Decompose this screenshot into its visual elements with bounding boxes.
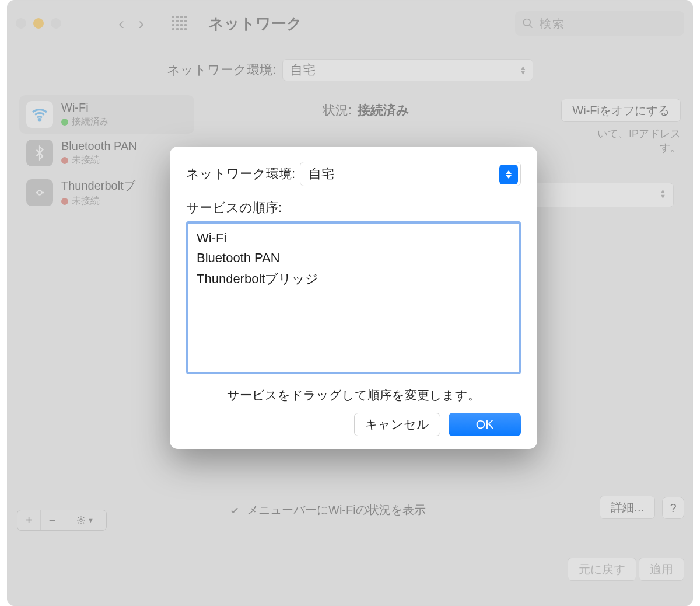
sheet-location-value: 自宅	[309, 165, 334, 183]
chevron-updown-icon	[499, 165, 518, 184]
list-item[interactable]: Wi-Fi	[197, 228, 510, 248]
sheet-location-label: ネットワーク環境:	[186, 165, 295, 183]
ok-button[interactable]: OK	[449, 413, 521, 436]
service-order-sheet: ネットワーク環境: 自宅 サービスの順序: Wi-Fi Bluetooth PA…	[170, 147, 537, 449]
service-order-label: サービスの順序:	[186, 199, 521, 217]
list-item[interactable]: Thunderboltブリッジ	[197, 268, 510, 290]
service-order-list[interactable]: Wi-Fi Bluetooth PAN Thunderboltブリッジ	[186, 221, 521, 374]
sheet-location-select[interactable]: 自宅	[300, 162, 521, 186]
preferences-window: ‹ › ネットワーク 検索 ネットワーク環境: 自宅 ▲▼	[7, 0, 693, 606]
drag-hint-text: サービスをドラッグして順序を変更します。	[186, 387, 521, 403]
sheet-location-row: ネットワーク環境: 自宅	[186, 162, 521, 186]
list-item[interactable]: Bluetooth PAN	[197, 248, 510, 268]
cancel-button[interactable]: キャンセル	[354, 413, 440, 436]
sheet-buttons: キャンセル OK	[186, 413, 521, 436]
